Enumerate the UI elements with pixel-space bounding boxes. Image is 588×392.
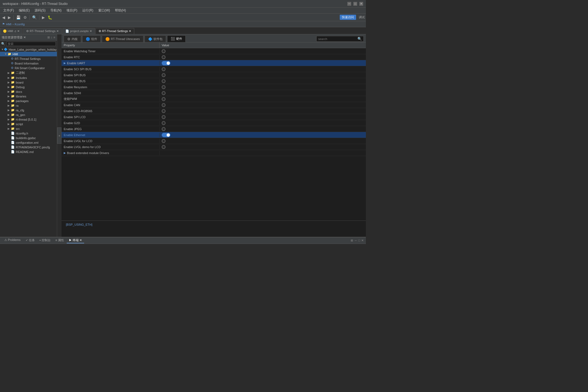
can-radio[interactable] xyxy=(162,103,166,107)
row-watchdog-value[interactable] xyxy=(160,49,366,54)
tree-board-info[interactable]: ⚙ Board Information xyxy=(0,61,57,66)
i2c-radio[interactable] xyxy=(162,79,166,83)
row-rtc-value[interactable] xyxy=(160,55,366,60)
row-can[interactable]: Enable CAN xyxy=(62,102,366,108)
tab-rt-thread-2[interactable]: ⚙ RT-Thread Settings ✕ xyxy=(96,28,134,34)
sidebar-search-input[interactable] xyxy=(6,42,56,46)
row-g2d-value[interactable] xyxy=(160,121,366,125)
toolbar-debug[interactable]: 🐛 xyxy=(47,15,53,20)
close-button[interactable]: ✕ xyxy=(359,2,363,6)
rtc-radio[interactable] xyxy=(162,55,166,59)
row-can-value[interactable] xyxy=(160,103,366,108)
board-ext-expand-arrow[interactable]: ▶ xyxy=(64,151,66,154)
tab-tasks[interactable]: ✓ 任务 xyxy=(23,238,37,243)
maximize-button[interactable]: □ xyxy=(353,2,357,6)
jpeg-radio[interactable] xyxy=(162,127,166,131)
toolbar-run[interactable]: ▶ xyxy=(41,15,46,20)
menu-source[interactable]: 源码(S) xyxy=(32,8,48,13)
breadcrumb-hmi[interactable]: HMI xyxy=(6,23,11,26)
row-eth-label[interactable]: Enable Ethernet xyxy=(62,133,160,137)
row-jpeg[interactable]: Enable JPEG xyxy=(62,126,366,132)
tree-root-item[interactable]: ▼ 🔷 Have_Laba_porridge_when_holiday_come xyxy=(0,47,57,52)
tab-properties[interactable]: ≡ 属性 xyxy=(53,238,66,243)
row-lvgl-demo-value[interactable] xyxy=(160,145,366,149)
row-spi-value[interactable] xyxy=(160,73,366,78)
row-board-ext[interactable]: ▶ Board extended module Drivers xyxy=(62,150,366,156)
tree-includes[interactable]: ▶ 📁 Includes xyxy=(0,75,57,80)
toolbar-search[interactable]: 🔍 xyxy=(31,15,38,20)
tree-debug[interactable]: ▶ 📁 Debug xyxy=(0,85,57,89)
sidebar-icon-2[interactable]: ↕ xyxy=(51,36,53,39)
tab-project-uvoptx[interactable]: 📄 project.uvoptx ✕ xyxy=(62,28,95,34)
search-icon[interactable]: 🔍 xyxy=(357,37,362,41)
tab-console[interactable]: ▪ 控制台 xyxy=(38,238,53,243)
tree-src[interactable]: ▶ 📁 src xyxy=(0,126,57,131)
tab-packages[interactable]: 🔷 软件包 xyxy=(145,35,166,42)
toolbar-btn-1[interactable]: ◀ xyxy=(1,15,6,20)
window-controls[interactable]: ─ □ ✕ xyxy=(347,2,363,6)
row-eth[interactable]: Enable Ethernet xyxy=(62,132,366,138)
menu-project[interactable]: 项目(P) xyxy=(64,8,79,13)
lvgl-radio[interactable] xyxy=(162,139,166,143)
row-g2d[interactable]: Enable G2D xyxy=(62,120,366,126)
tab-components[interactable]: 🔵 组件 xyxy=(82,35,101,42)
row-sci-spi[interactable]: Enable SCI SPI BUS xyxy=(62,66,366,72)
row-sdhi-value[interactable] xyxy=(160,91,366,96)
row-rtc[interactable]: Enable RTC xyxy=(62,54,366,60)
tree-config-xml[interactable]: 📄 configuration.xml xyxy=(0,140,57,145)
pwm-radio[interactable] xyxy=(162,97,166,101)
menu-run[interactable]: 运行(R) xyxy=(80,8,96,13)
toolbar-btn-3[interactable]: ⚙ xyxy=(22,15,28,20)
uart-expand-arrow[interactable]: ▶ xyxy=(64,62,66,65)
lcd-rgb-radio[interactable] xyxy=(162,109,166,113)
tree-readme[interactable]: 📄 README.md xyxy=(0,149,57,154)
tree-ra-smart[interactable]: ⚙ RA Smart Configurator xyxy=(0,66,57,70)
row-fs[interactable]: Enable filesystem xyxy=(62,84,366,90)
search-input[interactable] xyxy=(318,37,356,41)
tree-packages[interactable]: ▶ 📁 packages xyxy=(0,99,57,103)
sdhi-radio[interactable] xyxy=(162,91,166,95)
row-lvgl[interactable]: Enable LVGL for LCD xyxy=(62,138,366,144)
toolbar-btn-2[interactable]: ▶ xyxy=(7,15,12,20)
tree-buildinfo[interactable]: 📄 buildinfo.gpdsc xyxy=(0,136,57,140)
row-pwm-value[interactable] xyxy=(160,97,366,102)
lvgl-demo-radio[interactable] xyxy=(162,145,166,149)
sidebar-collapse-button[interactable]: » xyxy=(57,127,62,144)
row-spi-lcd[interactable]: Enable SPI LCD xyxy=(62,114,366,120)
tree-binary[interactable]: ▶ 📁 二进制 xyxy=(0,70,57,75)
row-jpeg-value[interactable] xyxy=(160,127,366,131)
menu-file[interactable]: 文件(F) xyxy=(1,8,16,13)
tree-rtconfig-h[interactable]: 📄 rtconfig.h xyxy=(0,131,57,136)
search-box[interactable]: 🔍 xyxy=(316,36,364,42)
sci-spi-radio[interactable] xyxy=(162,67,166,71)
spi-lcd-radio[interactable] xyxy=(162,115,166,119)
row-lvgl-value[interactable] xyxy=(160,139,366,143)
tree-rt-settings[interactable]: ⚙ RT-Thread Settings xyxy=(0,56,57,61)
row-i2c-value[interactable] xyxy=(160,79,366,84)
row-sci-spi-value[interactable] xyxy=(160,67,366,72)
tree-rt-thread[interactable]: ▶ 📁 rt-thread [5.0.1] xyxy=(0,117,57,122)
row-watchdog[interactable]: Enable Watchdog Timer xyxy=(62,48,366,54)
row-lcd-rgb-value[interactable] xyxy=(160,109,366,114)
tree-docs[interactable]: ▶ 📁 docs xyxy=(0,89,57,94)
tab-problems[interactable]: ⚠ Problems xyxy=(2,238,23,243)
menu-edit[interactable]: 编辑(E) xyxy=(17,8,32,13)
uart-toggle[interactable] xyxy=(162,61,170,65)
panel-icon-2[interactable]: ↔ xyxy=(354,239,357,242)
breadcrumb-kconfig[interactable]: Kconfig xyxy=(15,23,25,26)
toolbar-save[interactable]: 💾 xyxy=(15,15,22,20)
minimize-button[interactable]: ─ xyxy=(347,2,351,6)
tree-libraries[interactable]: ▶ 📁 libraries xyxy=(0,94,57,99)
panel-icon-3[interactable]: □ xyxy=(358,239,360,242)
row-uart-value[interactable] xyxy=(160,60,366,66)
menu-window[interactable]: 窗口(W) xyxy=(96,8,112,13)
menu-help[interactable]: 帮助(H) xyxy=(113,8,128,13)
tab-terminal[interactable]: ▶ 终端 ✕ xyxy=(67,238,84,243)
panel-icon-4[interactable]: ✕ xyxy=(361,239,364,242)
tab-utescases[interactable]: 🟠 RT-Thread Utescases xyxy=(102,35,143,42)
row-fs-value[interactable] xyxy=(160,85,366,90)
tree-ra-gen[interactable]: ▶ 📁 ra_gen xyxy=(0,112,57,117)
tree-board[interactable]: ▶ 📁 board xyxy=(0,80,57,85)
row-sdhi[interactable]: Enable SDHI xyxy=(62,90,366,96)
tree-hmi-item[interactable]: ▼ 📁 HMI xyxy=(0,52,57,56)
